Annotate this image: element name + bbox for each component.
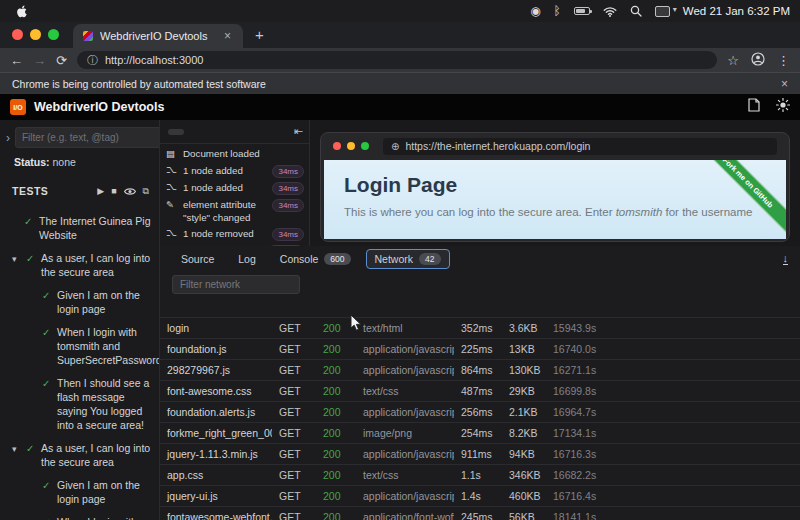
network-row[interactable]: jquery-ui.js GET 200 application/javascr…	[160, 485, 800, 506]
test-tree-item[interactable]: Given I am on the login page	[0, 478, 159, 506]
panel-collapse-icon[interactable]: ⇤	[294, 125, 303, 138]
mini-address-bar: ⊕ https://the-internet.herokuapp.com/log…	[383, 138, 777, 155]
cell-start: 16716.3s	[546, 448, 800, 460]
test-tree-item[interactable]: Then I should see a flash message saying…	[0, 376, 159, 432]
devtools-tab[interactable]: Network 42	[366, 249, 450, 269]
devtools-tab[interactable]: Console 600	[271, 249, 360, 269]
network-row[interactable]: jquery-1.11.3.min.js GET 200 application…	[160, 443, 800, 464]
cell-name: forkme_right_green_0072...	[160, 427, 272, 439]
zoom-window-button[interactable]	[48, 29, 59, 40]
webdriverio-logo: I/O	[10, 99, 26, 115]
test-tree-item[interactable]: The Internet Guinea Pig Website	[0, 214, 159, 242]
tab-close-icon[interactable]: ×	[222, 29, 233, 43]
reload-icon[interactable]: ⟳	[56, 54, 67, 67]
cell-method: GET	[272, 343, 316, 355]
devtools-tab[interactable]: Log	[229, 249, 265, 269]
cell-content-type: application/javascript	[356, 490, 454, 502]
network-row[interactable]: foundation.alerts.js GET 200 application…	[160, 401, 800, 422]
browser-tab[interactable]: WebdriverIO Devtools ×	[73, 24, 243, 48]
action-item[interactable]: element attribute "style" changed 34ms	[166, 198, 304, 224]
cell-status: 200	[316, 322, 356, 334]
action-item[interactable]: 1 node added 34ms	[166, 181, 304, 195]
cell-duration: 911ms	[454, 448, 502, 460]
cell-name: jquery-ui.js	[160, 490, 272, 502]
cell-status: 200	[316, 511, 356, 520]
cell-duration: 1.1s	[454, 469, 502, 481]
stop-tests-icon[interactable]: ■	[111, 186, 116, 196]
devtools-tab-label: Console	[280, 253, 319, 265]
network-table: login GET 200 text/html 352ms 3.6KB 1594…	[160, 297, 800, 520]
chevron-down-icon[interactable]	[12, 251, 21, 279]
test-tree-item[interactable]: Given I am on the login page	[0, 288, 159, 316]
report-icon[interactable]	[748, 98, 760, 116]
profile-avatar-icon[interactable]	[751, 52, 765, 68]
new-tab-button[interactable]: +	[255, 26, 264, 43]
network-filter-input[interactable]	[172, 275, 300, 294]
copy-stack-icon[interactable]: ⧉	[143, 186, 149, 197]
network-table-header	[160, 297, 800, 317]
network-row[interactable]: fontawesome-webfont.wof... GET 200 appli…	[160, 506, 800, 520]
download-icon[interactable]: ↓	[783, 253, 789, 265]
watch-eye-icon[interactable]	[124, 182, 136, 200]
network-row[interactable]: font-awesome.css GET 200 text/css 487ms …	[160, 380, 800, 401]
test-tree-item[interactable]: When I login with tomsmith and SuperSecr…	[0, 325, 159, 367]
network-row[interactable]: forkme_right_green_0072... GET 200 image…	[160, 422, 800, 443]
spotlight-search-icon[interactable]	[630, 5, 642, 17]
action-item-icon	[166, 147, 177, 160]
cell-start: 15943.9s	[546, 322, 800, 334]
cell-content-type: application/javascript	[356, 364, 454, 376]
input-source-icon[interactable]	[655, 6, 670, 17]
back-icon[interactable]: ←	[10, 54, 23, 67]
action-item[interactable]: Document loaded	[166, 147, 304, 161]
check-icon	[24, 214, 34, 242]
close-window-button[interactable]	[12, 29, 23, 40]
network-row[interactable]: foundation.js GET 200 application/javasc…	[160, 338, 800, 359]
cell-method: GET	[272, 322, 316, 334]
cell-content-type: text/css	[356, 385, 454, 397]
wifi-icon[interactable]	[603, 6, 617, 17]
battery-icon[interactable]	[574, 7, 590, 15]
minimize-window-button[interactable]	[30, 29, 41, 40]
cell-start: 18141.1s	[546, 511, 800, 520]
chevron-down-icon[interactable]	[12, 441, 21, 469]
test-tree-item[interactable]: As a user, I can log into the secure are…	[0, 441, 159, 469]
cell-size: 29KB	[502, 385, 546, 397]
bluetooth-icon[interactable]: ᛒ	[554, 4, 561, 18]
test-tree-item[interactable]: When I login with foobar and barfoo	[0, 515, 159, 520]
site-info-icon[interactable]: ⓘ	[87, 53, 98, 68]
cell-name: foundation.js	[160, 343, 272, 355]
menubar-clock[interactable]: Wed 21 Jan 6:32 PM	[683, 5, 790, 17]
cell-size: 56KB	[502, 511, 546, 520]
apple-logo-icon[interactable]	[16, 4, 30, 18]
status-line: Status: none	[0, 152, 159, 176]
address-bar[interactable]: ⓘ http://localhost:3000	[77, 51, 717, 69]
cell-name: 298279967.js	[160, 364, 272, 376]
run-tests-icon[interactable]: ▶	[97, 186, 104, 196]
cell-content-type: text/html	[356, 322, 454, 334]
automation-banner: Chrome is being controlled by automated …	[0, 72, 800, 94]
mini-address-url: https://the-internet.herokuapp.com/login	[405, 140, 590, 152]
sidebar-collapse-icon[interactable]: ›	[6, 131, 10, 145]
cell-start: 16740.0s	[546, 343, 800, 355]
banner-close-icon[interactable]: ×	[781, 77, 788, 91]
bookmark-star-icon[interactable]: ☆	[727, 54, 739, 67]
action-item[interactable]: 1 node added 34ms	[166, 164, 304, 178]
network-row[interactable]: app.css GET 200 text/css 1.1s 346KB 1668…	[160, 464, 800, 485]
cell-duration: 256ms	[454, 406, 502, 418]
browser-menu-icon[interactable]: ⋮	[777, 54, 790, 67]
forward-icon[interactable]: →	[33, 54, 46, 67]
network-row[interactable]: 298279967.js GET 200 application/javascr…	[160, 359, 800, 380]
test-tree-item[interactable]: As a user, I can log into the secure are…	[0, 251, 159, 279]
cell-size: 346KB	[502, 469, 546, 481]
action-item[interactable]: 1 node removed 34ms	[166, 227, 304, 241]
theme-toggle-sun-icon[interactable]	[776, 98, 790, 116]
network-row[interactable]: login GET 200 text/html 352ms 3.6KB 1594…	[160, 317, 800, 338]
cell-content-type: application/javascript	[356, 406, 454, 418]
test-filter-input[interactable]	[15, 127, 160, 148]
actions-panel-tab[interactable]	[168, 129, 184, 135]
devtools-tab[interactable]: Source	[172, 249, 223, 269]
fork-me-ribbon[interactable]: Fork me on GitHub	[685, 160, 786, 239]
actions-panel-tab[interactable]	[186, 129, 202, 135]
cell-size: 2.1KB	[502, 406, 546, 418]
record-icon[interactable]: ◉	[530, 4, 540, 18]
